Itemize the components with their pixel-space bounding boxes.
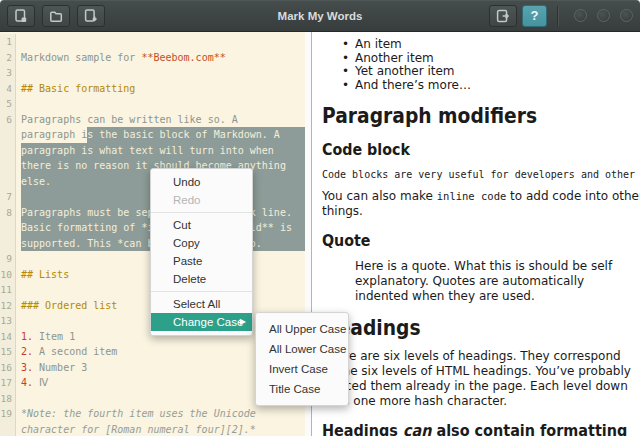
menu-item-cut[interactable]: Cut bbox=[151, 216, 252, 234]
help-icon: ? bbox=[531, 8, 539, 23]
window-close-button[interactable] bbox=[620, 9, 633, 22]
editor-row: 3 bbox=[0, 65, 305, 81]
line-number: 9 bbox=[0, 251, 16, 267]
list-item-text: And there’s more… bbox=[355, 79, 471, 93]
code-text: A second item bbox=[39, 344, 117, 360]
line-number: 13 bbox=[0, 313, 16, 329]
change-case-submenu: All Upper CaseAll Lower CaseInvert CaseT… bbox=[255, 312, 349, 406]
menu-item-paste[interactable]: Paste bbox=[151, 252, 252, 270]
text-segment: Quote bbox=[322, 232, 371, 250]
markdown-preview-pane[interactable]: •An item•Another item•Yet another item•A… bbox=[312, 32, 640, 436]
menu-item-label: Select All bbox=[173, 298, 220, 310]
code-text: paragraph i bbox=[21, 127, 87, 143]
new-document-button[interactable] bbox=[7, 5, 35, 27]
code-line: *Note: the fourth item uses the Unicode bbox=[16, 406, 305, 422]
code-text: *Note: the fourth item uses the Unicode bbox=[21, 406, 256, 422]
editor-row: 6Paragraphs can be written like so. A bbox=[0, 112, 305, 128]
line-number: 16 bbox=[0, 360, 16, 376]
code-text: 2. bbox=[21, 344, 39, 360]
line-number bbox=[0, 127, 16, 143]
preview-code-line: Code blocks are very useful for develope… bbox=[322, 169, 640, 180]
editor-row: paragraph is the basic block of Markdown… bbox=[0, 127, 305, 143]
menu-item-title-case[interactable]: Title Case bbox=[256, 379, 348, 399]
code-line: ## Basic formatting bbox=[16, 81, 305, 97]
menu-item-all-lower-case[interactable]: All Lower Case bbox=[256, 339, 348, 359]
editor-row: character for [Roman numeral four][2].* bbox=[0, 422, 305, 436]
editor-row: 4## Basic formatting bbox=[0, 81, 305, 97]
inline-code: inline code bbox=[437, 190, 507, 202]
help-button[interactable]: ? bbox=[522, 5, 547, 27]
code-text: Paragraphs can be written like so. A bbox=[21, 112, 238, 128]
text-segment: explanatory. Quotes are automatically bbox=[355, 274, 584, 288]
line-number bbox=[0, 236, 16, 252]
editor-row: paragraph is what text will turn into wh… bbox=[0, 143, 305, 159]
line-number: 19 bbox=[0, 406, 16, 422]
selection-fill bbox=[292, 220, 305, 236]
selection-fill bbox=[286, 158, 305, 174]
preview-paragraph: There are six levels of headings. They c… bbox=[322, 349, 640, 409]
code-text: Ⅳ bbox=[39, 375, 48, 391]
text-segment: uses one more hash character. bbox=[322, 394, 507, 408]
menu-item-label: Undo bbox=[173, 176, 201, 188]
code-line bbox=[16, 96, 305, 112]
window-minimize-button[interactable] bbox=[574, 9, 587, 22]
code-text: Item 1 bbox=[39, 329, 75, 345]
open-document-button[interactable] bbox=[42, 5, 70, 27]
line-number: 3 bbox=[0, 65, 16, 81]
preview-heading-2: Headings can also contain formatting bbox=[322, 421, 608, 436]
code-text: Markdown sample for bbox=[21, 50, 141, 66]
code-line: character for [Roman numeral four][2].* bbox=[16, 422, 305, 436]
add-document-button[interactable] bbox=[77, 5, 105, 27]
text-segment: also contain formatting bbox=[431, 421, 627, 436]
code-line: Markdown sample for **Beebom.com** bbox=[16, 50, 305, 66]
menu-item-undo[interactable]: Undo bbox=[151, 173, 252, 191]
list-item: •An item bbox=[342, 38, 640, 52]
menu-item-label: All Upper Case bbox=[269, 323, 346, 335]
line-number: 11 bbox=[0, 282, 16, 298]
line-number: 2 bbox=[0, 50, 16, 66]
selected-text: paragraph is what text will turn into wh… bbox=[21, 143, 274, 159]
export-document-button[interactable] bbox=[489, 5, 517, 27]
menu-item-invert-case[interactable]: Invert Case bbox=[256, 359, 348, 379]
list-item-text: Yet another item bbox=[355, 65, 455, 79]
code-text: 1. bbox=[21, 329, 39, 345]
menu-item-all-upper-case[interactable]: All Upper Case bbox=[256, 319, 348, 339]
text-segment: can bbox=[403, 421, 432, 436]
text-segment: things. bbox=[322, 204, 363, 218]
menu-item-copy[interactable]: Copy bbox=[151, 234, 252, 252]
editor-row: 1 bbox=[0, 34, 305, 50]
preview-heading-1: Headings bbox=[322, 315, 592, 340]
menu-item-select-all[interactable]: Select All bbox=[151, 295, 252, 313]
line-number bbox=[0, 158, 16, 174]
line-number: 7 bbox=[0, 189, 16, 205]
code-text: ## Lists bbox=[21, 267, 69, 283]
app-window: { "colors": { "titlebar_bg": "#3d4444", … bbox=[0, 0, 640, 436]
text-segment: Headings bbox=[322, 421, 403, 436]
window-maximize-button[interactable] bbox=[597, 9, 610, 22]
code-line bbox=[16, 34, 305, 50]
line-number: 4 bbox=[0, 81, 16, 97]
text-segment: to add code into other bbox=[506, 189, 640, 203]
export-icon bbox=[495, 8, 511, 24]
menu-item-delete[interactable]: Delete bbox=[151, 270, 252, 288]
line-number: 18 bbox=[0, 391, 16, 407]
menu-item-label: Redo bbox=[173, 194, 201, 206]
line-number: 17 bbox=[0, 375, 16, 391]
code-text: **Beebom.com** bbox=[141, 50, 225, 66]
editor-row: 19*Note: the fourth item uses the Unicod… bbox=[0, 406, 305, 422]
menu-item-change-case[interactable]: Change Case▶ bbox=[151, 313, 252, 331]
titlebar-separator bbox=[557, 6, 558, 26]
preview-heading-3: Code block bbox=[322, 141, 624, 159]
line-number bbox=[0, 174, 16, 190]
text-segment: Here is a quote. What this is should be … bbox=[355, 259, 612, 273]
document-add-icon bbox=[83, 8, 99, 24]
bullet-icon: • bbox=[342, 38, 355, 52]
text-segment: noticed them already in the page. Each l… bbox=[322, 379, 628, 393]
code-line: paragraph is the basic block of Markdown… bbox=[16, 127, 305, 143]
code-line bbox=[16, 65, 305, 81]
preview-bullet-list: •An item•Another item•Yet another item•A… bbox=[322, 38, 640, 92]
line-number: 15 bbox=[0, 344, 16, 360]
menu-item-label: Invert Case bbox=[269, 363, 328, 375]
menu-item-label: Delete bbox=[173, 273, 206, 285]
open-folder-icon bbox=[48, 8, 64, 24]
